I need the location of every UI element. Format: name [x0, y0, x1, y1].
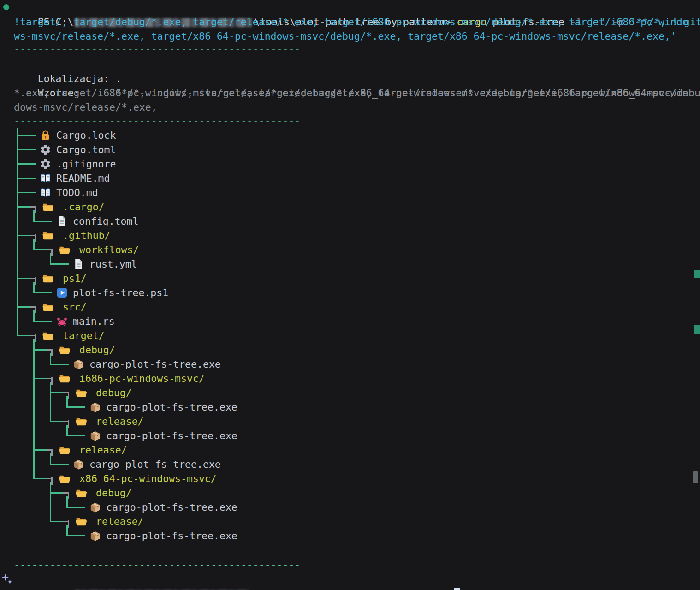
- tree-row: cargo-plot-fs-tree.exe: [0, 500, 700, 514]
- prompt-path: \tools\plot-path-tree-by-pattern>: [250, 588, 447, 590]
- folder-icon: [42, 273, 54, 284]
- tree-row: debug/: [0, 486, 700, 500]
- tree-item-label: release/: [96, 514, 144, 529]
- folder-icon: [76, 487, 87, 499]
- folder-icon: [76, 516, 87, 527]
- tree-item-label: workflows/: [79, 243, 139, 257]
- tree-row: cargo-plot-fs-tree.exe: [0, 457, 700, 471]
- folder-icon: [42, 301, 54, 313]
- prompt-prefix: PS C:\: [38, 588, 74, 590]
- tree-item-label: cargo-plot-fs-tree.exe: [106, 400, 237, 414]
- tree-item-label: release/: [79, 443, 127, 457]
- tree-item-label: cargo-plot-fs-tree.exe: [106, 429, 237, 443]
- folder-icon: [59, 473, 71, 484]
- package-icon: [73, 459, 84, 470]
- tree-row: src/: [0, 300, 700, 314]
- tree-item-label: plot-fs-tree.ps1: [73, 286, 168, 300]
- folder-icon: [76, 387, 87, 399]
- page-icon: [56, 215, 68, 227]
- sparkles-icon: [1, 573, 13, 585]
- tree-item-label: cargo-plot-fs-tree.exe: [106, 500, 237, 514]
- tree-item-label: cargo-plot-fs-tree.exe: [106, 529, 237, 543]
- gear-icon: [40, 144, 51, 155]
- tree-row: README.md: [0, 171, 700, 185]
- tree-item-label: .github/: [63, 228, 111, 243]
- tree-item-label: debug/: [96, 386, 132, 400]
- tree-item-label: main.rs: [73, 314, 115, 328]
- file-tree: Cargo.lockCargo.toml.gitignoreREADME.mdT…: [0, 0, 700, 590]
- folder-icon: [76, 416, 87, 427]
- package-icon: [89, 501, 101, 513]
- folder-icon: [42, 230, 54, 241]
- tree-row: release/: [0, 514, 700, 529]
- tree-row: .github/: [0, 228, 700, 243]
- tree-row: ps1/: [0, 271, 700, 286]
- lock-icon: [40, 130, 51, 141]
- package-icon: [73, 358, 84, 370]
- terminal-window: PS C:\\tools\plot-path-tree-by-pattern>c…: [0, 0, 700, 590]
- tree-row: config.toml: [0, 214, 700, 228]
- tree-item-label: i686-pc-windows-msvc/: [79, 371, 205, 386]
- tree-row: release/: [0, 443, 700, 457]
- scrollbar-mark: [694, 270, 700, 278]
- tree-item-label: cargo-plot-fs-tree.exe: [89, 457, 221, 471]
- tree-item-label: target/: [63, 328, 105, 343]
- terminal-cursor[interactable]: [454, 588, 460, 590]
- tree-item-label: .gitignore: [56, 157, 116, 171]
- tree-item-label: src/: [63, 300, 87, 314]
- tree-row: debug/: [0, 343, 700, 357]
- tree-row: cargo-plot-fs-tree.exe: [0, 400, 700, 414]
- tree-item-label: debug/: [96, 486, 132, 500]
- tree-row: cargo-plot-fs-tree.exe: [0, 429, 700, 443]
- tree-row: Cargo.lock: [0, 128, 700, 143]
- package-icon: [89, 401, 101, 413]
- folder-icon: [59, 373, 71, 384]
- folder-icon: [59, 344, 71, 356]
- separator-line: ----------------------------------------…: [14, 557, 300, 572]
- tree-row: x86_64-pc-windows-msvc/: [0, 471, 700, 486]
- book-icon: [40, 187, 51, 198]
- play-icon: [56, 287, 68, 298]
- tree-row: debug/: [0, 386, 700, 400]
- tree-item-label: Cargo.lock: [56, 128, 116, 143]
- folder-icon: [59, 444, 71, 456]
- tree-row: release/: [0, 414, 700, 429]
- tree-row: .cargo/: [0, 200, 700, 214]
- tree-row: i686-pc-windows-msvc/: [0, 371, 700, 386]
- tree-item-label: config.toml: [73, 214, 138, 228]
- crab-icon: [56, 316, 68, 327]
- tree-item-label: README.md: [56, 171, 110, 185]
- tree-row: TODO.md: [0, 185, 700, 200]
- tree-item-label: release/: [96, 414, 144, 429]
- tree-row: cargo-plot-fs-tree.exe: [0, 529, 700, 543]
- tree-row: plot-fs-tree.ps1: [0, 286, 700, 300]
- folder-icon: [59, 244, 71, 256]
- gear-icon: [40, 158, 51, 170]
- tree-item-label: rust.yml: [89, 257, 137, 271]
- tree-item-label: TODO.md: [56, 185, 98, 200]
- scrollbar-thumb[interactable]: [693, 471, 698, 483]
- page-icon: [73, 258, 84, 270]
- tree-item-label: debug/: [79, 343, 115, 357]
- tree-row: Cargo.toml: [0, 143, 700, 157]
- tree-item-label: Cargo.toml: [56, 143, 116, 157]
- tree-item-label: cargo-plot-fs-tree.exe: [89, 357, 221, 371]
- package-icon: [89, 530, 101, 542]
- tree-row: .gitignore: [0, 157, 700, 171]
- folder-icon: [42, 330, 54, 341]
- tree-item-label: .cargo/: [63, 200, 105, 214]
- prompt-line: PS C:\\tools\plot-path-tree-by-pattern>: [14, 572, 460, 587]
- tree-row: main.rs: [0, 314, 700, 328]
- tree-item-label: ps1/: [63, 271, 87, 286]
- tree-item-label: x86_64-pc-windows-msvc/: [79, 471, 217, 486]
- package-icon: [89, 430, 101, 441]
- tree-row: target/: [0, 328, 700, 343]
- tree-row: cargo-plot-fs-tree.exe: [0, 357, 700, 371]
- tree-row: workflows/: [0, 243, 700, 257]
- book-icon: [40, 173, 51, 184]
- folder-icon: [42, 201, 54, 213]
- scrollbar-mark: [694, 325, 700, 334]
- tree-row: rust.yml: [0, 257, 700, 271]
